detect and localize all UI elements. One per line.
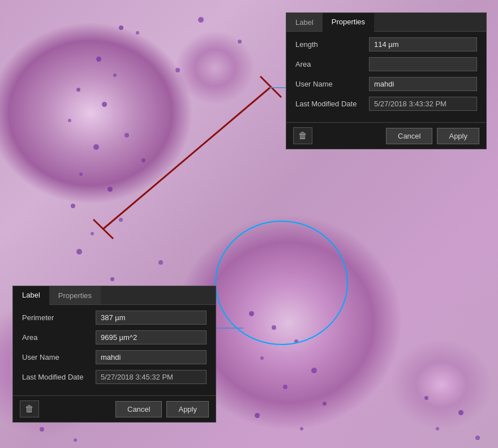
bottom-tab-properties[interactable]: Properties [49, 286, 101, 304]
top-username-label: User Name [295, 80, 369, 88]
bottom-area-label: Area [22, 333, 96, 342]
bottom-username-label: User Name [22, 353, 96, 361]
bottom-perimeter-row: Perimeter [22, 311, 207, 325]
top-panel-tabs: Label Properties [286, 13, 486, 32]
bottom-cancel-button[interactable]: Cancel [115, 401, 162, 417]
top-length-input[interactable] [369, 37, 477, 51]
bottom-perimeter-input[interactable] [96, 311, 207, 325]
bottom-perimeter-label: Perimeter [22, 313, 96, 322]
top-cancel-button[interactable]: Cancel [386, 128, 432, 144]
top-username-row: User Name [295, 77, 477, 91]
bottom-panel-tabs: Label Properties [13, 286, 216, 305]
top-apply-button[interactable]: Apply [437, 128, 479, 144]
top-date-input [369, 97, 477, 111]
bottom-username-input[interactable] [96, 350, 207, 364]
bottom-username-row: User Name [22, 350, 207, 364]
top-area-input[interactable] [369, 57, 477, 71]
bottom-tab-label[interactable]: Label [13, 286, 49, 305]
top-tab-properties[interactable]: Properties [323, 13, 374, 32]
top-date-row: Last Modified Date [295, 97, 477, 111]
bottom-properties-panel: Label Properties Perimeter Area User Nam… [12, 286, 216, 423]
bottom-date-row: Last Modified Date [22, 370, 207, 384]
top-username-input[interactable] [369, 77, 477, 91]
top-area-row: Area [295, 57, 477, 71]
top-length-row: Length [295, 37, 477, 51]
top-date-label: Last Modified Date [295, 100, 369, 108]
top-length-label: Length [295, 40, 369, 49]
bottom-date-label: Last Modified Date [22, 373, 96, 381]
bottom-area-row: Area [22, 330, 207, 344]
top-tab-label[interactable]: Label [286, 13, 323, 31]
bottom-area-input[interactable] [96, 330, 207, 344]
bottom-trash-button[interactable]: 🗑 [20, 400, 39, 417]
top-area-label: Area [295, 60, 369, 68]
bottom-panel-content: Perimeter Area User Name Last Modified D… [13, 305, 216, 395]
top-panel-footer: 🗑 Cancel Apply [286, 122, 486, 149]
bottom-apply-button[interactable]: Apply [166, 401, 209, 417]
top-panel-content: Length Area User Name Last Modified Date [286, 32, 486, 122]
bottom-panel-footer: 🗑 Cancel Apply [13, 395, 216, 422]
bottom-date-input [96, 370, 207, 384]
top-properties-panel: Label Properties Length Area User Name L… [286, 12, 487, 149]
top-trash-button[interactable]: 🗑 [293, 127, 312, 144]
